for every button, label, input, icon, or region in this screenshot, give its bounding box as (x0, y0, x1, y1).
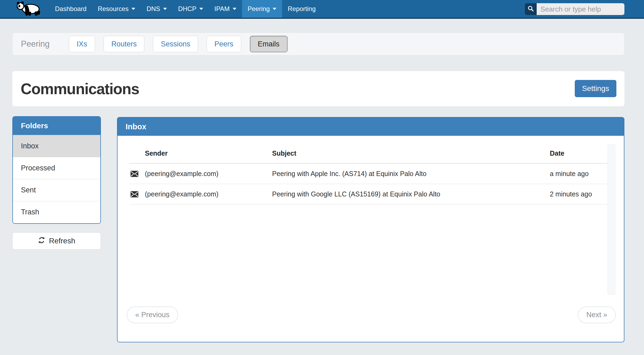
refresh-icon (38, 236, 45, 246)
email-sender: (peering@example.com) (145, 170, 272, 178)
nav-item-peering[interactable]: Peering (242, 0, 282, 18)
tab-emails[interactable]: Emails (250, 36, 288, 52)
table-row[interactable]: (peering@example.com) Peering with Googl… (129, 184, 608, 204)
folders-panel-title: Folders (13, 117, 100, 135)
inbox-panel: Inbox Sender Subject Date (peering@examp… (117, 117, 624, 342)
nav-item-resources[interactable]: Resources (92, 0, 141, 18)
subnav-title: Peering (21, 39, 50, 49)
folder-item-sent[interactable]: Sent (13, 179, 100, 201)
nav-item-reporting[interactable]: Reporting (282, 0, 321, 18)
column-header-sender: Sender (145, 149, 272, 157)
previous-page-button[interactable]: « Previous (127, 306, 178, 323)
email-date: a minute ago (550, 170, 608, 178)
caret-down-icon (199, 8, 203, 10)
column-header-subject: Subject (272, 149, 550, 157)
main-menu: Dashboard Resources DNS DHCP IPAM Peerin… (49, 0, 321, 18)
nav-item-dhcp[interactable]: DHCP (173, 0, 209, 18)
refresh-button-label: Refresh (49, 237, 75, 245)
tab-ixs[interactable]: IXs (69, 36, 95, 52)
search-button[interactable] (525, 3, 537, 15)
email-subject: Peering with Google LLC (AS15169) at Equ… (272, 190, 550, 198)
nav-item-label: DHCP (178, 5, 196, 13)
peering-subnav: Peering IXs Routers Sessions Peers Email… (12, 33, 624, 55)
folder-item-trash[interactable]: Trash (13, 201, 100, 223)
app-logo[interactable] (14, 0, 42, 18)
caret-down-icon (233, 8, 236, 10)
nav-item-dashboard[interactable]: Dashboard (49, 0, 92, 18)
page-header-card: Communications Settings (12, 71, 624, 106)
folders-panel: Folders Inbox Processed Sent Trash (12, 116, 101, 224)
top-navbar: Dashboard Resources DNS DHCP IPAM Peerin… (0, 0, 644, 19)
email-table: Sender Subject Date (peering@example.com… (129, 143, 608, 204)
nav-item-dns[interactable]: DNS (141, 0, 173, 18)
envelope-icon (129, 171, 145, 177)
search-icon (527, 5, 534, 13)
column-header-date: Date (550, 149, 608, 157)
caret-down-icon (273, 8, 276, 10)
folder-item-inbox[interactable]: Inbox (13, 135, 100, 157)
vertical-scrollbar[interactable] (608, 144, 615, 295)
panda-logo-icon (14, 1, 42, 17)
page-title: Communications (21, 80, 139, 98)
nav-item-label: Peering (248, 5, 270, 13)
nav-item-label: Dashboard (55, 5, 86, 13)
inbox-panel-title: Inbox (118, 118, 624, 136)
nav-item-label: IPAM (214, 5, 230, 13)
caret-down-icon (163, 8, 167, 10)
search-input[interactable] (537, 3, 624, 15)
nav-item-label: Reporting (288, 5, 316, 13)
tab-peers[interactable]: Peers (207, 36, 241, 52)
caret-down-icon (131, 8, 135, 10)
settings-button[interactable]: Settings (575, 80, 616, 97)
email-sender: (peering@example.com) (145, 190, 272, 198)
nav-item-ipam[interactable]: IPAM (209, 0, 242, 18)
nav-item-label: Resources (98, 5, 129, 13)
table-header-row: Sender Subject Date (129, 143, 608, 164)
folder-item-processed[interactable]: Processed (13, 157, 100, 179)
table-row[interactable]: (peering@example.com) Peering with Apple… (129, 164, 608, 184)
refresh-button[interactable]: Refresh (12, 232, 101, 250)
next-page-button[interactable]: Next » (578, 306, 616, 323)
nav-item-label: DNS (147, 5, 160, 13)
email-subject: Peering with Apple Inc. (AS714) at Equin… (272, 170, 550, 178)
email-date: 2 minutes ago (550, 190, 608, 198)
global-search (525, 3, 624, 15)
tab-sessions[interactable]: Sessions (153, 36, 198, 52)
envelope-icon (129, 191, 145, 197)
tab-routers[interactable]: Routers (104, 36, 145, 52)
